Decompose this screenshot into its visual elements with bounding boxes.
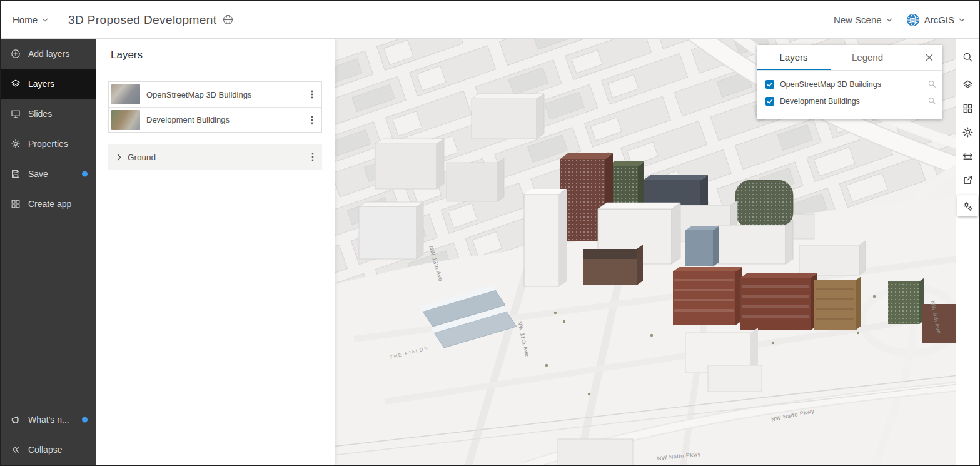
kebab-menu-icon (311, 153, 314, 161)
sidebar-item-label: Collapse (28, 445, 62, 455)
layers-panel: Layers OpenStreetMap 3D Buildings Develo… (96, 39, 335, 465)
sidebar-item-create-app[interactable]: Create app (1, 189, 96, 219)
sidebar-item-label: What's n... (28, 415, 69, 425)
check-icon (767, 98, 773, 104)
sidebar-spacer (1, 219, 96, 405)
account-menu-button[interactable]: ArcGIS (902, 11, 969, 29)
sidebar-item-collapse[interactable]: Collapse (1, 435, 96, 465)
arcgis-logo (906, 13, 920, 27)
layer-options-button[interactable] (303, 108, 321, 133)
gears-icon (962, 201, 973, 211)
layer-thumbnail (111, 84, 140, 104)
slides-icon (11, 109, 21, 119)
chevron-down-icon (959, 18, 965, 22)
layer-thumbnail (111, 110, 140, 130)
ground-options-button[interactable] (303, 144, 322, 170)
sidebar-item-label: Layers (28, 79, 54, 89)
popup-layer-label: Development Buildings (780, 97, 922, 106)
tool-settings-button[interactable] (957, 195, 978, 216)
layer-name: OpenStreetMap 3D Buildings (146, 90, 303, 99)
layer-name: Development Buildings (146, 115, 303, 124)
right-toolbar (956, 39, 979, 465)
basemap-grid-icon (962, 103, 973, 114)
account-label: ArcGIS (924, 14, 954, 25)
whats-new-badge (82, 417, 88, 423)
ground-label: Ground (128, 153, 156, 162)
measure-icon (962, 151, 973, 161)
chevron-down-icon (886, 18, 892, 22)
megaphone-icon (11, 415, 21, 425)
layers-panel-body: OpenStreetMap 3D Buildings Development B… (96, 71, 335, 180)
gear-icon (11, 139, 21, 149)
zoom-to-layer-icon[interactable] (928, 80, 936, 88)
chevron-down-icon (42, 18, 48, 22)
topbar-right: New Scene ArcGIS (830, 11, 969, 29)
unsaved-changes-badge (82, 171, 88, 177)
kebab-menu-icon (311, 116, 313, 124)
layer-row[interactable]: Development Buildings (109, 107, 321, 132)
app-grid-icon (11, 199, 21, 209)
popup-layer-label: OpenStreetMap 3D Buildings (780, 80, 922, 89)
kebab-menu-icon (311, 90, 313, 99)
popup-layer-row: Development Buildings (765, 93, 936, 109)
search-icon (962, 52, 973, 63)
arcgis-scene-viewer: Home 3D Proposed Development New Scene A… (0, 0, 980, 466)
check-icon (767, 81, 773, 88)
popup-tab-bar: Layers Legend (757, 45, 942, 71)
plus-circle-icon (11, 49, 21, 59)
sidebar-item-label: Save (28, 169, 48, 179)
layer-options-button[interactable] (303, 82, 321, 107)
sidebar: Add layers Layers Slides Properties Save… (1, 39, 96, 465)
layers-panel-title: Layers (111, 49, 143, 61)
search-button[interactable] (956, 45, 979, 69)
layer-visibility-checkbox[interactable] (765, 97, 774, 106)
layer-row[interactable]: OpenStreetMap 3D Buildings (109, 82, 321, 107)
home-menu-button[interactable]: Home (9, 12, 52, 28)
top-bar: Home 3D Proposed Development New Scene A… (1, 1, 979, 39)
new-scene-button[interactable]: New Scene (830, 12, 896, 28)
share-button[interactable] (956, 168, 979, 191)
sidebar-item-label: Slides (28, 109, 52, 119)
sidebar-item-save[interactable]: Save (1, 159, 96, 189)
popup-body: OpenStreetMap 3D Buildings Development B… (757, 71, 942, 119)
layers-legend-popup: Layers Legend OpenStreetMap 3D Buildings (757, 45, 942, 119)
save-icon (11, 169, 21, 179)
daylight-button[interactable] (956, 120, 979, 144)
double-chevron-left-icon (11, 445, 21, 455)
ground-row[interactable]: Ground (108, 144, 322, 170)
close-button[interactable] (916, 45, 942, 70)
sidebar-item-add-layers[interactable]: Add layers (1, 39, 96, 69)
new-scene-label: New Scene (834, 14, 882, 25)
measure-button[interactable] (956, 144, 979, 168)
basemap-button[interactable] (956, 96, 979, 120)
sidebar-item-label: Create app (28, 199, 71, 209)
close-icon (926, 54, 933, 61)
layer-list: OpenStreetMap 3D Buildings Development B… (108, 81, 322, 133)
layer-visibility-checkbox[interactable] (765, 80, 774, 89)
layers-tool-button[interactable] (956, 73, 979, 96)
popup-layer-row: OpenStreetMap 3D Buildings (765, 76, 936, 93)
zoom-to-layer-icon[interactable] (928, 97, 936, 105)
sidebar-item-whats-new[interactable]: What's n... (1, 405, 96, 435)
scene-properties-button[interactable] (223, 14, 233, 25)
layers-icon (11, 79, 21, 89)
sidebar-item-label: Add layers (28, 49, 69, 59)
sun-icon (962, 127, 973, 138)
sidebar-item-properties[interactable]: Properties (1, 129, 96, 159)
tab-legend[interactable]: Legend (831, 45, 904, 70)
layers-icon (962, 79, 973, 90)
globe-icon (223, 14, 233, 25)
sidebar-item-label: Properties (28, 139, 68, 149)
chevron-right-icon (117, 154, 121, 161)
layers-panel-header: Layers (96, 39, 335, 71)
sidebar-item-slides[interactable]: Slides (1, 99, 96, 129)
tab-layers[interactable]: Layers (757, 45, 831, 70)
sidebar-item-layers[interactable]: Layers (1, 69, 96, 99)
share-icon (962, 175, 973, 185)
home-label: Home (13, 14, 38, 25)
scene-title: 3D Proposed Development (68, 13, 216, 27)
